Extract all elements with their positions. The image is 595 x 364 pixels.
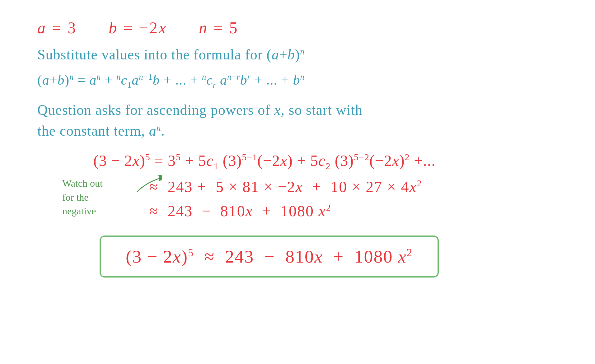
annotation-line3: negative <box>62 205 96 217</box>
var-b: b = −2x <box>109 19 167 37</box>
var-n: n = 5 <box>199 19 238 37</box>
var-a: a = 3 <box>37 19 77 37</box>
binomial-formula: (a+b)n = an + nc1an−1b + ... + ncr an−rb… <box>37 72 558 90</box>
final-answer-container: (3 − 2x)5 ≈ 243 − 810x + 1080 x2 <box>37 236 558 278</box>
question-text-line1: Question asks for ascending powers of x,… <box>37 99 558 121</box>
substitute-line: Substitute values into the formula for (… <box>37 46 558 63</box>
expansion-section: Watch out for the negative (3 − 2x)5 = 3… <box>37 152 558 171</box>
annotation-line1: Watch out <box>62 178 103 189</box>
final-answer-text: (3 − 2x)5 ≈ 243 − 810x + 1080 x2 <box>126 246 413 267</box>
variables-line: a = 3 b = −2x n = 5 <box>37 19 558 37</box>
approx-line-2: ≈ 243 − 810x + 1080 x2 <box>149 202 558 220</box>
expansion-formula: (3 − 2x)5 = 35 + 5c1 (3)5−1(−2x) + 5c2 (… <box>93 152 558 171</box>
annotation-text: Watch out for the negative <box>62 176 103 218</box>
question-text-line2: the constant term, an. <box>37 123 558 139</box>
annotation-line2: for the <box>62 192 88 203</box>
final-answer-box: (3 − 2x)5 ≈ 243 − 810x + 1080 x2 <box>100 236 439 278</box>
main-page: a = 3 b = −2x n = 5 Substitute values in… <box>0 0 595 364</box>
approx-line-1: ≈ 243 + 5 × 81 × −2x + 10 × 27 × 4x2 <box>149 178 558 196</box>
annotation-arrow <box>100 170 162 195</box>
